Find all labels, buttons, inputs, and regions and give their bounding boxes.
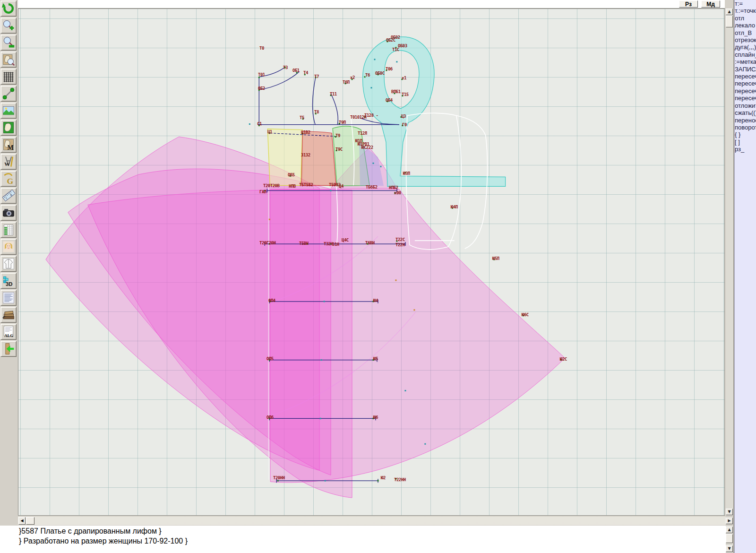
point-label: Т8 <box>314 110 319 114</box>
vscroll-thumb[interactable] <box>726 16 733 27</box>
measure-button[interactable] <box>0 86 17 102</box>
text-list-button[interactable] <box>0 290 17 306</box>
drawing-canvas[interactable]: Т0Т3ОБ1Т4Т01Т7х2Т6Т6ПОБ2Т11Т8Т5Т9ПТ01012… <box>18 9 725 516</box>
point-label: Г0 <box>402 122 407 127</box>
pattern-m-icon: M <box>2 138 15 151</box>
scroll-up-icon[interactable]: ▲ <box>726 9 733 15</box>
command-item-7[interactable]: сплайн_ <box>734 51 756 58</box>
point-label: Ц1В2 <box>301 130 310 135</box>
scroll-left-icon[interactable]: ◀ <box>18 517 26 525</box>
drafting-w-button[interactable]: W <box>0 154 17 170</box>
image-icon <box>2 104 15 117</box>
point-label: Т32Н <box>324 242 333 246</box>
status-area: }5587 Платье с драпированным лифом } } Р… <box>0 526 726 553</box>
drape-piece <box>363 37 506 186</box>
scroll-down-icon[interactable]: ▼ <box>726 509 733 515</box>
point-label: Т22НН <box>394 477 406 482</box>
point-label: Т9 <box>335 133 340 138</box>
command-item-13[interactable]: пересеч <box>734 95 756 102</box>
point-label: Ц4С <box>342 238 349 242</box>
g-tool-button[interactable]: G <box>0 171 17 187</box>
exit-button[interactable] <box>0 341 17 357</box>
command-item-2[interactable]: отл <box>734 15 756 22</box>
image-button[interactable] <box>0 103 17 119</box>
command-item-10[interactable]: пересеч <box>734 73 756 80</box>
command-item-3[interactable]: лекало <box>734 22 756 29</box>
zoom-out-button[interactable] <box>0 35 17 51</box>
horizontal-scrollbar[interactable]: ◀ <box>18 517 726 525</box>
command-item-4[interactable]: отл_В <box>734 29 756 36</box>
command-item-1[interactable]: т.:=точка <box>734 7 756 14</box>
command-item-6[interactable]: дуга(,,,) <box>734 43 756 51</box>
point-label: Т22С <box>395 237 405 242</box>
point-label: Ю2 <box>381 475 386 480</box>
three-d-button[interactable]: 3D <box>0 273 17 289</box>
point-label: Ю6С <box>522 312 529 317</box>
point-label: З1З2 <box>301 153 310 157</box>
point-marker <box>277 480 279 482</box>
camera-button[interactable] <box>0 205 17 221</box>
point-marker <box>249 123 250 125</box>
undo-button[interactable] <box>0 0 17 17</box>
point-marker <box>413 309 415 311</box>
pattern-m-button[interactable]: M <box>0 137 17 153</box>
point-label: Т5Т5Б2 <box>299 182 313 187</box>
point-label: З1Н <box>332 242 339 247</box>
zoom-piece-button[interactable] <box>0 52 17 68</box>
command-item-0[interactable]: т:= <box>734 0 756 7</box>
alg-icon: ALG <box>2 325 15 338</box>
grid-icon <box>2 70 15 83</box>
command-item-11[interactable]: пересеч <box>734 80 756 87</box>
command-item-18[interactable]: { } <box>734 131 756 138</box>
rz-button[interactable]: Рз <box>679 0 698 8</box>
scrollbar-rail: ▲ ▼ ▶ ▲ ▼ <box>726 0 733 553</box>
ruler-button[interactable]: 78 <box>0 188 17 204</box>
point-marker <box>424 443 426 445</box>
point-marker <box>320 418 321 419</box>
scroll-right-icon[interactable]: ▶ <box>726 518 733 524</box>
pattern-piece-button[interactable] <box>0 120 17 136</box>
toolbar: MWG783DALG <box>0 0 17 553</box>
command-item-16[interactable]: перенос <box>734 117 756 124</box>
table-button[interactable] <box>0 222 17 238</box>
alg-button[interactable]: ALG <box>0 324 17 340</box>
point-label: Т1С <box>392 47 399 52</box>
zoom-in-button[interactable] <box>0 17 17 34</box>
command-sidebar: т:=т.:=точкаотллекалоотл_Вотрезокдуга(,,… <box>734 0 756 553</box>
model-photo-icon <box>2 240 15 253</box>
point-label: Ю2С <box>560 357 567 362</box>
command-item-8[interactable]: :=метка <box>734 58 756 65</box>
command-item-17[interactable]: поворот <box>734 124 756 131</box>
command-item-9[interactable]: ЗАПИСА <box>734 66 756 73</box>
point-marker <box>396 61 397 62</box>
command-item-5[interactable]: отрезок <box>734 36 756 43</box>
command-item-19[interactable]: [ ] <box>734 138 756 146</box>
svg-text:W: W <box>4 161 10 167</box>
command-item-12[interactable]: пересеч <box>734 87 756 95</box>
command-item-15[interactable]: сжать(() <box>734 109 756 116</box>
books-button[interactable] <box>0 307 17 323</box>
point-label: ОБ0С <box>375 71 385 76</box>
point-label: НПБ2 <box>389 185 398 190</box>
exit-icon <box>2 342 15 355</box>
grid-button[interactable] <box>0 69 17 85</box>
measure-icon <box>2 87 15 100</box>
point-label: ВПБ1 <box>391 89 401 94</box>
text-scroll-thumb[interactable] <box>726 534 733 543</box>
table-icon <box>2 223 15 236</box>
point-label: Т5 <box>300 115 304 120</box>
garment-sketch-button[interactable] <box>0 256 17 272</box>
md-button[interactable]: Мд <box>701 0 720 8</box>
model-photo-button[interactable] <box>0 239 17 255</box>
hscroll-thumb[interactable] <box>26 517 34 525</box>
text-scroll-down-icon[interactable]: ▼ <box>726 545 733 552</box>
command-item-14[interactable]: отложит <box>734 102 756 109</box>
point-label: Ю4П <box>451 205 458 209</box>
text-scroll-up-icon[interactable]: ▲ <box>726 527 733 533</box>
point-label: ОП5 <box>266 356 274 361</box>
point-label: ОП4 <box>268 298 275 303</box>
point-label: ОБ2 <box>258 86 265 91</box>
point-label: х2 <box>350 75 355 80</box>
point-label: Т9С <box>335 147 343 152</box>
command-item-20[interactable]: рз_ <box>734 146 756 153</box>
